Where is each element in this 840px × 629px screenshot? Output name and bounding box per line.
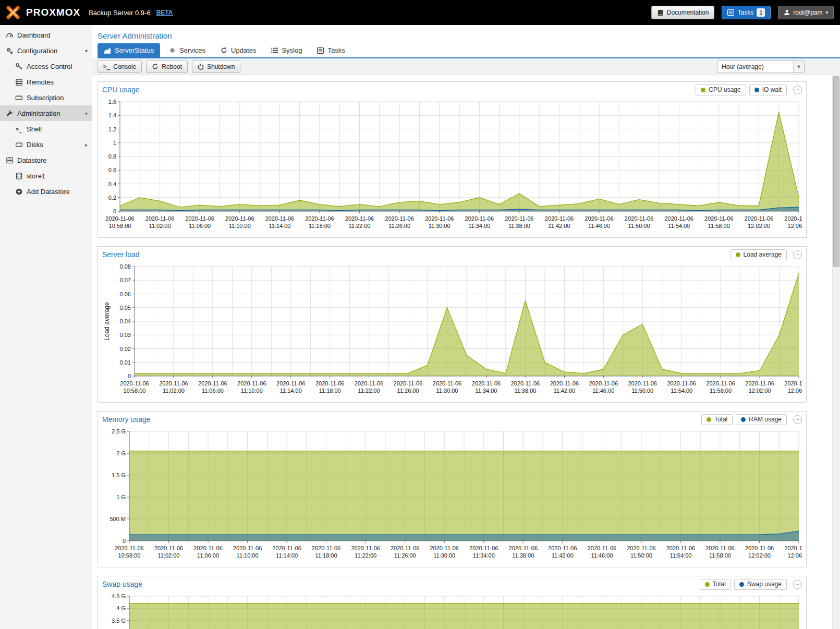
legend-dot-icon: [705, 582, 710, 587]
product-subtitle: Backup Server 0.9-6: [89, 9, 151, 17]
tab-tasks[interactable]: Tasks: [311, 43, 351, 57]
svg-text:2020-11-06: 2020-11-06: [625, 215, 653, 222]
svg-text:2 G: 2 G: [116, 450, 126, 456]
console-button[interactable]: >_Console: [98, 61, 142, 73]
sidebar-item-configuration[interactable]: Configuration▾: [0, 43, 92, 58]
sidebar-item-datastore[interactable]: Datastore: [0, 152, 92, 168]
legend-item-total[interactable]: Total: [700, 579, 731, 590]
legend-dot-icon: [736, 252, 740, 257]
svg-text:2020-11-06: 2020-11-06: [706, 380, 735, 386]
timeframe-select[interactable]: Hour (average) ▼: [717, 61, 805, 73]
svg-text:0.2: 0.2: [108, 195, 116, 201]
svg-text:11:02:00: 11:02:00: [149, 223, 171, 229]
tasks-button[interactable]: Tasks 1: [722, 6, 771, 19]
svg-text:11:14:00: 11:14:00: [276, 552, 298, 559]
beta-link[interactable]: BETA: [156, 9, 173, 16]
svg-text:12:06:00: 12:06:00: [788, 388, 802, 394]
svg-text:2020-11-06: 2020-11-06: [193, 545, 222, 551]
svg-text:Load average: Load average: [103, 302, 111, 341]
scrollbar[interactable]: [832, 75, 840, 629]
list-icon: [271, 47, 278, 53]
legend-item-io-wait[interactable]: IO wait: [749, 84, 787, 95]
cpu-panel: CPU usageCPU usageIO wait−00.20.40.60.81…: [98, 81, 807, 238]
svg-text:11:54:00: 11:54:00: [669, 552, 691, 559]
legend-item-swap-usage[interactable]: Swap usage: [734, 579, 787, 590]
svg-text:11:06:00: 11:06:00: [202, 388, 224, 394]
svg-text:12:02:00: 12:02:00: [748, 223, 770, 229]
svg-text:11:30:00: 11:30:00: [429, 223, 451, 229]
svg-text:2020-11-06: 2020-11-06: [784, 215, 802, 222]
legend: TotalRAM usage−: [701, 414, 802, 425]
svg-text:2020-11-06: 2020-11-06: [589, 380, 618, 386]
svg-text:2020-11-06: 2020-11-06: [154, 545, 183, 551]
legend-item-ram-usage[interactable]: RAM usage: [736, 414, 787, 425]
memory-panel-header: Memory usageTotalRAM usage−: [98, 412, 806, 427]
sidebar-item-dashboard[interactable]: Dashboard: [0, 27, 92, 43]
collapse-panel-icon[interactable]: −: [793, 415, 802, 424]
legend: Load average−: [731, 249, 802, 260]
legend-item-load-average[interactable]: Load average: [731, 249, 787, 260]
reboot-button[interactable]: Reboot: [146, 61, 188, 73]
svg-text:2020-11-06: 2020-11-06: [465, 215, 494, 222]
legend-label: Total: [714, 416, 727, 423]
tab-bar: ServerStatusServicesUpdatesSyslogTasks: [98, 43, 840, 58]
legend-item-cpu-usage[interactable]: CPU usage: [696, 84, 746, 95]
svg-text:1: 1: [113, 140, 116, 146]
collapse-panel-icon[interactable]: −: [793, 86, 802, 94]
memory-chart: 0500 M1 G1.5 G2 G2.5 G2020-11-0610:58:00…: [102, 427, 802, 562]
documentation-button[interactable]: Documentation: [651, 6, 715, 19]
sidebar-item-access-control[interactable]: Access Control: [0, 58, 92, 74]
svg-text:0.6: 0.6: [108, 167, 116, 173]
svg-text:11:02:00: 11:02:00: [163, 388, 185, 394]
tab-syslog[interactable]: Syslog: [265, 43, 308, 57]
cpu-chart: 00.20.40.60.811.21.41.62020-11-0610:58:0…: [102, 98, 802, 232]
svg-text:2020-11-06: 2020-11-06: [351, 545, 380, 551]
sidebar-item-store1[interactable]: store1: [0, 168, 92, 184]
scrollbar-thumb[interactable]: [833, 76, 839, 267]
sidebar-item-shell[interactable]: >_Shell: [0, 121, 92, 137]
legend-label: RAM usage: [749, 416, 782, 423]
sidebar-item-label: Subscription: [27, 94, 64, 102]
svg-text:0.03: 0.03: [120, 332, 131, 338]
tab-serverstatus[interactable]: ServerStatus: [98, 43, 160, 57]
collapse-panel-icon[interactable]: −: [793, 580, 802, 589]
svg-text:2020-11-06: 2020-11-06: [433, 380, 461, 386]
svg-text:11:54:00: 11:54:00: [671, 388, 692, 394]
svg-text:11:22:00: 11:22:00: [348, 223, 370, 229]
svg-text:11:54:00: 11:54:00: [668, 223, 690, 229]
svg-text:12:06:00: 12:06:00: [788, 223, 802, 229]
shutdown-button[interactable]: Shutdown: [192, 61, 240, 73]
svg-text:500 M: 500 M: [109, 516, 126, 522]
svg-text:2020-11-06: 2020-11-06: [745, 380, 774, 386]
sidebar-item-add-datastore[interactable]: Add Datastore: [0, 184, 92, 199]
svg-text:2020-11-06: 2020-11-06: [265, 215, 294, 222]
svg-text:2020-11-06: 2020-11-06: [394, 380, 422, 386]
svg-text:10:58:00: 10:58:00: [118, 552, 141, 559]
svg-text:2020-11-06: 2020-11-06: [115, 545, 143, 551]
legend-dot-icon: [739, 582, 744, 587]
tab-updates[interactable]: Updates: [214, 43, 262, 57]
sidebar-item-label: Disks: [27, 141, 43, 149]
cpu-panel-header: CPU usageCPU usageIO wait−: [98, 82, 806, 98]
sidebar-item-administration[interactable]: Administration▾: [0, 105, 92, 121]
memory-chart-body: 0500 M1 G1.5 G2 G2.5 G2020-11-0610:58:00…: [98, 427, 806, 567]
sidebar-item-label: Add Datastore: [27, 188, 70, 196]
legend-item-total[interactable]: Total: [701, 414, 733, 425]
tasks-label: Tasks: [737, 9, 753, 16]
remotes-icon: [14, 78, 24, 86]
chevron-down-icon: ▾: [85, 111, 88, 116]
svg-text:11:26:00: 11:26:00: [394, 552, 416, 559]
tab-label: Services: [179, 46, 205, 54]
sidebar-item-subscription[interactable]: Subscription: [0, 90, 92, 105]
svg-text:2020-11-06: 2020-11-06: [666, 545, 695, 551]
user-menu-button[interactable]: root@pam ▾: [778, 6, 834, 19]
svg-text:11:58:00: 11:58:00: [709, 552, 731, 559]
svg-text:11:26:00: 11:26:00: [388, 223, 410, 229]
sidebar-item-remotes[interactable]: Remotes: [0, 74, 92, 90]
svg-text:2020-11-06: 2020-11-06: [430, 545, 458, 551]
tab-services[interactable]: Services: [163, 43, 212, 57]
collapse-panel-icon[interactable]: −: [793, 250, 802, 259]
sidebar-item-disks[interactable]: Disks▸: [0, 137, 92, 152]
svg-text:2020-11-06: 2020-11-06: [120, 380, 149, 386]
button-label: Console: [113, 63, 136, 70]
